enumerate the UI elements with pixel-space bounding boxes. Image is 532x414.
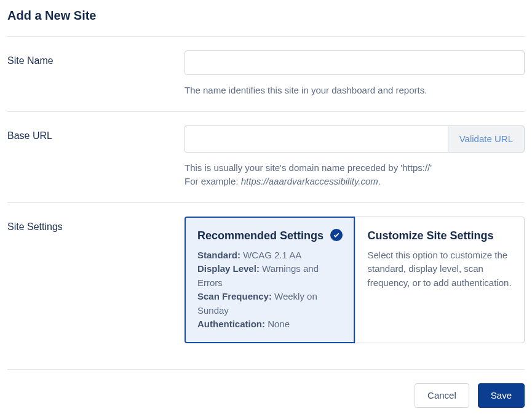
recommended-settings-card[interactable]: Recommended Settings Standard: WCAG 2.1 … [185,217,355,343]
recommended-settings-body: Standard: WCAG 2.1 AA Display Level: War… [197,249,342,332]
site-settings-options: Recommended Settings Standard: WCAG 2.1 … [185,217,525,343]
site-name-label: Site Name [7,50,185,66]
site-name-input[interactable] [185,50,525,75]
base-url-help-line2-suffix: . [378,176,381,186]
scan-frequency-label: Scan Frequency: [197,291,272,301]
base-url-help: This is usually your site's domain name … [185,161,525,189]
base-url-input-group: Validate URL [185,125,525,153]
base-url-label: Base URL [7,125,185,141]
site-name-help: The name identifies this site in your da… [185,84,525,98]
page-title: Add a New Site [7,9,525,23]
site-settings-control: Recommended Settings Standard: WCAG 2.1 … [185,217,525,343]
customize-settings-desc: Select this option to customize the stan… [368,249,512,290]
recommended-settings-title: Recommended Settings [197,228,342,244]
authentication-label: Authentication: [197,319,265,329]
authentication-value: None [268,319,290,329]
display-level-label: Display Level: [197,263,260,274]
base-url-help-line2-prefix: For example: [185,176,241,186]
customize-settings-card[interactable]: Customize Site Settings Select this opti… [355,217,525,343]
standard-value: WCAG 2.1 AA [243,250,301,260]
cancel-button[interactable]: Cancel [415,383,469,408]
base-url-row: Base URL Validate URL This is usually yo… [7,112,525,202]
customize-settings-title: Customize Site Settings [368,228,512,244]
selected-check-icon [330,229,343,241]
save-button[interactable]: Save [478,383,525,408]
site-name-row: Site Name The name identifies this site … [7,37,525,111]
site-settings-row: Site Settings Recommended Settings Stand… [7,203,525,357]
base-url-control: Validate URL This is usually your site's… [185,125,525,189]
validate-url-button[interactable]: Validate URL [448,125,525,153]
form-actions: Cancel Save [7,370,525,408]
standard-label: Standard: [197,250,240,260]
base-url-help-example: https://aaardvarkaccessibility.com [241,176,378,186]
base-url-input[interactable] [185,125,448,153]
site-name-control: The name identifies this site in your da… [185,50,525,98]
site-settings-label: Site Settings [7,217,185,233]
base-url-help-line1: This is usually your site's domain name … [185,162,432,173]
